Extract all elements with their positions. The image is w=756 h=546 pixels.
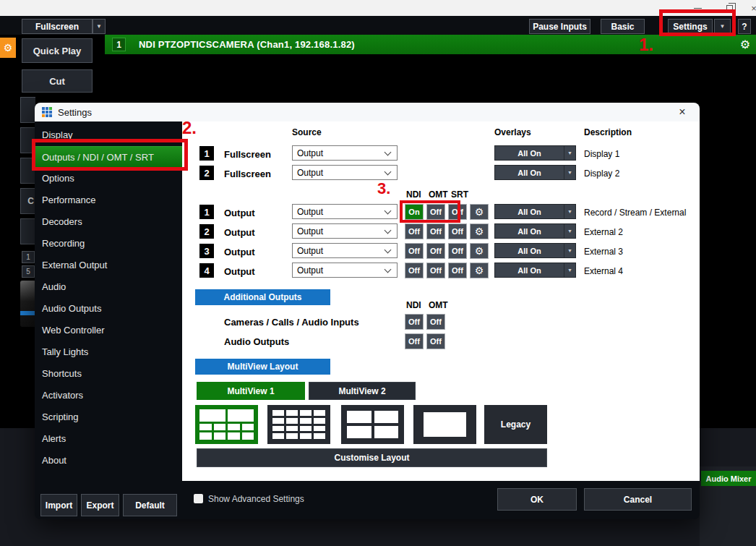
layout-thumb-single[interactable] [413,405,476,444]
source-select[interactable]: Output [292,243,398,258]
nav-item-audio-outputs[interactable]: Audio Outputs [35,298,182,320]
row-label: Output [224,247,255,257]
export-button[interactable]: Export [81,494,119,516]
show-advanced-settings-checkbox[interactable] [194,494,203,503]
output-settings-gear-button[interactable]: ⚙ [470,243,489,259]
overlays-dropdown[interactable]: All On▼ [494,165,576,180]
cancel-button[interactable]: Cancel [584,488,692,511]
transition-button-partial[interactable] [20,97,35,123]
overlays-dropdown[interactable]: All On▼ [494,145,576,161]
layout-thumb-grid-4x4[interactable] [267,405,330,444]
ndi-toggle[interactable]: Off [405,263,424,278]
srt-column-header: SRT [451,189,468,200]
pause-inputs-button[interactable]: Pause Inputs [529,19,590,34]
ok-button[interactable]: OK [497,488,577,511]
overlays-value: All On [495,205,564,218]
overlays-dropdown[interactable]: All On▼ [494,263,576,278]
close-button[interactable]: × [742,0,756,16]
dialog-close-button[interactable]: × [672,103,692,121]
source-select[interactable]: Output [292,145,398,161]
srt-toggle[interactable]: Off [448,243,467,259]
audio-mixer-tab[interactable]: Audio Mixer [701,471,756,486]
source-select[interactable]: Output [292,165,398,180]
chevron-down-icon: ▼ [96,23,102,30]
nav-item-alerts[interactable]: Alerts [35,428,182,450]
srt-toggle[interactable]: Off [448,223,467,239]
nav-item-options[interactable]: Options [35,168,182,189]
source-select[interactable]: Output [292,263,398,278]
app-settings-orange-button[interactable]: ⚙ [0,38,16,58]
gear-icon: ⚙ [475,246,484,256]
nav-item-decoders[interactable]: Decoders [35,211,182,233]
fullscreen-button[interactable]: Fullscreen [22,19,93,34]
basic-button[interactable]: Basic [601,19,645,34]
row-description: External 3 [584,247,623,257]
default-button[interactable]: Default [123,494,177,516]
transition-seconds-badge[interactable]: 5 [22,265,35,278]
tab-multiview-2[interactable]: MultiView 2 [309,382,416,400]
nav-item-activators[interactable]: Activators [35,385,182,406]
customise-layout-button[interactable]: Customise Layout [197,448,547,467]
output-settings-gear-button[interactable]: ⚙ [470,263,489,278]
ndi-toggle[interactable]: Off [405,243,424,259]
layout-thumb-legacy[interactable]: Legacy [484,405,547,444]
omt-toggle[interactable]: Off [426,333,445,349]
import-button[interactable]: Import [40,494,77,516]
multiview-layout-button[interactable]: MultiView Layout [195,359,330,375]
source-select-value: Output [297,246,385,256]
source-select[interactable]: Output [292,223,398,239]
nav-item-recording[interactable]: Recording [35,233,182,255]
source-select[interactable]: Output [292,204,398,219]
layout-thumb-grid-2x2[interactable] [341,405,404,444]
overlays-dropdown[interactable]: All On▼ [494,243,576,258]
chevron-down-icon: ▼ [564,205,575,218]
master-audio-fader[interactable] [20,281,36,327]
nav-item-audio[interactable]: Audio [35,276,182,298]
omt-toggle[interactable]: Off [426,314,445,330]
nav-item-web-controller[interactable]: Web Controller [35,320,182,341]
input-settings-gear-button[interactable]: ⚙ [740,38,750,51]
settings-dialog-title: Settings [58,107,92,118]
layout-preview [272,410,325,439]
nav-item-tally-lights[interactable]: Tally Lights [35,341,182,363]
ndi-toggle[interactable]: Off [405,223,424,239]
srt-toggle[interactable]: Off [448,263,467,278]
omt-column-header: OMT [429,189,448,200]
ndi-toggle[interactable]: Off [405,333,424,349]
fader-handle[interactable] [20,311,36,315]
quick-play-button[interactable]: Quick Play [22,38,93,63]
gear-icon: ⚙ [4,43,13,53]
vmix-app-window: × Fullscreen ▼ Pause Inputs Basic Settin… [0,0,756,546]
chevron-down-icon: ▼ [564,244,575,257]
omt-toggle[interactable]: Off [426,243,445,259]
transition-button-partial[interactable] [20,218,35,244]
tab-multiview-1[interactable]: MultiView 1 [197,382,305,400]
row-description: Display 2 [584,169,619,179]
annotation-number-1: 1. [639,35,653,55]
chevron-down-icon [385,265,392,273]
cut-button[interactable]: Cut [22,69,93,93]
help-button[interactable]: ? [738,19,751,34]
output-settings-gear-button[interactable]: ⚙ [470,204,489,220]
omt-toggle[interactable]: Off [426,263,445,278]
nav-item-performance[interactable]: Performance [35,189,182,211]
transition-button-partial[interactable]: C [20,188,35,214]
overlays-dropdown[interactable]: All On▼ [494,204,576,219]
gear-icon: ⚙ [475,207,484,217]
nav-item-external-output[interactable]: External Output [35,255,182,276]
ndi-toggle[interactable]: Off [405,314,424,330]
additional-outputs-button[interactable]: Additional Outputs [195,289,330,305]
nav-item-scripting[interactable]: Scripting [35,406,182,428]
minimize-icon [694,8,702,9]
nav-item-shortcuts[interactable]: Shortcuts [35,363,182,385]
transition-seconds-badge[interactable]: 1 [22,251,35,263]
layout-thumb-mixed-selected[interactable] [195,405,258,444]
omt-toggle[interactable]: Off [426,223,445,239]
nav-item-about[interactable]: About [35,450,182,472]
active-input-bar[interactable]: 1 NDI PTZOPTICSCAMERA (Chan1, 192.168.1.… [105,35,756,54]
row-number-badge: 2 [199,224,214,239]
main-toolbar: Fullscreen ▼ Pause Inputs Basic Settings… [0,16,756,35]
overlays-dropdown[interactable]: All On▼ [494,223,576,239]
fullscreen-dropdown-button[interactable]: ▼ [93,19,106,34]
output-settings-gear-button[interactable]: ⚙ [470,223,489,239]
